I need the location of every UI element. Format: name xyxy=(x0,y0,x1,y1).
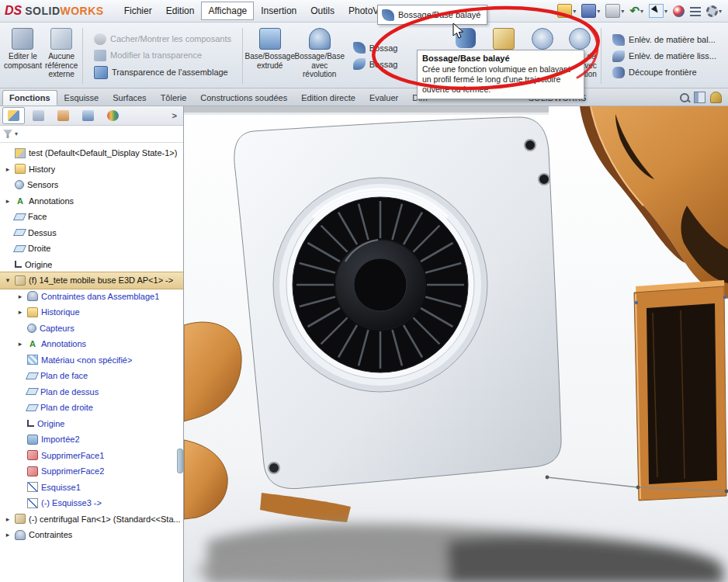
tab-edition-directe[interactable]: Edition directe xyxy=(294,90,362,106)
edit-component-button[interactable]: Editer le composant xyxy=(3,24,43,88)
configurationmanager-tab[interactable] xyxy=(52,107,75,124)
tooltip-title: Bossage/Base balayé xyxy=(422,54,579,63)
dropdown-caret-icon[interactable]: ▾ xyxy=(719,8,722,15)
sketch-point[interactable] xyxy=(635,301,638,304)
tab-constructions-soud-es[interactable]: Constructions soudées xyxy=(193,90,294,106)
menu-fichier[interactable]: Fichier xyxy=(117,2,159,20)
tree-item[interactable]: Droite xyxy=(0,241,183,257)
menu-outils[interactable]: Outils xyxy=(303,2,341,20)
sketch-point[interactable] xyxy=(723,296,726,299)
cut-feature-label: Découpe frontière xyxy=(629,68,696,77)
pin-icon[interactable] xyxy=(710,92,722,103)
sketch-point[interactable] xyxy=(636,486,640,490)
tree-item[interactable]: Origine xyxy=(0,416,183,432)
tree-item[interactable]: (-) Esquisse3 -> xyxy=(0,495,183,511)
cut-feature-button[interactable]: Enlèv. de matière bal... xyxy=(608,33,721,47)
expand-arrow-icon[interactable]: ▸ xyxy=(16,308,24,316)
tree-item[interactable]: ▸History xyxy=(0,161,183,178)
tree-item[interactable]: Matériau <non spécifié> xyxy=(0,352,183,369)
assembly-display-label: Transparence de l'assemblage xyxy=(112,68,228,77)
expand-arrow-icon[interactable]: ▸ xyxy=(4,165,12,173)
tree-item[interactable]: ▸Annotations xyxy=(0,193,183,210)
featuremanager-tab[interactable] xyxy=(2,107,25,124)
rebuild-sphere-icon[interactable] xyxy=(673,5,685,17)
save-icon[interactable] xyxy=(581,4,596,18)
cut-feature-button[interactable]: Découpe frontière xyxy=(608,66,721,79)
tab-fonctions[interactable]: Fonctions xyxy=(2,90,57,106)
tree-item[interactable]: SupprimerFace2 xyxy=(0,463,183,480)
display-pane-icon[interactable] xyxy=(694,92,705,103)
boss-feature-button[interactable]: Bossag xyxy=(348,57,403,71)
tree-item[interactable]: Capteurs xyxy=(0,320,183,337)
tree-item[interactable]: Dessus xyxy=(0,225,183,241)
tab-t-lerie[interactable]: Tôlerie xyxy=(154,90,194,106)
tree-item[interactable]: ▾(f) 14_tete mobile buse E3D AP<1> -> xyxy=(0,272,183,289)
menu-insertion[interactable]: Insertion xyxy=(254,2,303,20)
dimxpert-tab[interactable] xyxy=(77,107,99,124)
tree-item[interactable]: ▸Contraintes dans Assemblage1 xyxy=(0,289,183,305)
dropdown-caret-icon[interactable]: ▾ xyxy=(621,8,624,15)
plane-icon xyxy=(13,245,26,252)
dropdown-caret-icon[interactable]: ▾ xyxy=(664,8,667,15)
tree-item[interactable]: Face xyxy=(0,209,183,225)
dropdown-caret-icon[interactable]: ▾ xyxy=(640,8,643,15)
propertymanager-tab[interactable] xyxy=(27,107,50,124)
dropdown-caret-icon[interactable]: ▾ xyxy=(597,8,600,15)
expand-arrow-icon[interactable]: ▸ xyxy=(16,340,24,348)
filter-caret-icon[interactable]: ▾ xyxy=(15,130,18,137)
search-icon[interactable] xyxy=(680,93,689,102)
expand-arrow-icon[interactable]: ▸ xyxy=(16,293,24,300)
panel-expand-chevron[interactable]: > xyxy=(168,111,181,120)
boss-feature-button[interactable]: Bossag xyxy=(348,41,403,54)
tree-item[interactable]: ▸Annotations xyxy=(0,336,183,352)
copper-frame-box[interactable] xyxy=(634,280,726,501)
tree-item[interactable]: Origine xyxy=(0,257,183,273)
tab-esquisse[interactable]: Esquisse xyxy=(57,90,106,106)
gear-icon[interactable] xyxy=(706,5,718,17)
feature-manager-panel: > ▾ test (Default<Default_Display State-… xyxy=(0,106,184,582)
revolved-boss-button[interactable]: Bossage/Base avec révolution xyxy=(295,24,345,88)
list-icon[interactable] xyxy=(690,7,701,16)
tree-item[interactable]: Plan de face xyxy=(0,368,183,384)
assembly-display-label: Cacher/Montrer les composants xyxy=(110,34,231,43)
open-folder-icon[interactable] xyxy=(557,4,572,18)
tree-item[interactable]: Plan de dessus xyxy=(0,384,183,400)
print-icon[interactable] xyxy=(605,4,620,18)
tree-item[interactable]: test (Default<Default_Display State-1>) xyxy=(0,145,183,161)
expand-arrow-icon[interactable]: ▸ xyxy=(4,515,12,523)
flyout-menu-item[interactable]: Bossage/Base balayé xyxy=(377,5,487,25)
expand-arrow-icon[interactable]: ▸ xyxy=(4,531,12,539)
panel-scrollbar-thumb[interactable] xyxy=(177,449,183,473)
expand-arrow-icon[interactable]: ▾ xyxy=(4,276,12,284)
menu-edition[interactable]: Edition xyxy=(159,2,202,20)
part-icon xyxy=(15,275,26,286)
tab-evaluer[interactable]: Evaluer xyxy=(362,90,405,106)
menu-affichage[interactable]: Affichage xyxy=(201,2,254,20)
sweep-icon xyxy=(353,42,366,54)
tree-item[interactable]: ▸Contraintes xyxy=(0,527,183,543)
displaymanager-tab[interactable] xyxy=(102,107,124,124)
undo-icon[interactable]: ↶ xyxy=(629,5,640,17)
tree-item[interactable]: Esquisse1 xyxy=(0,480,183,496)
graphics-viewport[interactable] xyxy=(184,106,728,582)
tree-item[interactable]: Sensors xyxy=(0,177,183,193)
filter-funnel-icon[interactable] xyxy=(3,130,12,138)
select-arrow-icon[interactable] xyxy=(649,4,664,18)
expand-arrow-icon[interactable]: ▸ xyxy=(4,197,12,205)
fan-rotor[interactable] xyxy=(293,197,468,372)
tree-item[interactable]: Importée2 xyxy=(0,431,183,448)
tooltip-body: Crée une fonction volumique en balayant … xyxy=(422,64,579,95)
tab-surfaces[interactable]: Surfaces xyxy=(106,90,153,106)
assembly-display-button[interactable]: Transparence de l'assemblage xyxy=(89,65,236,80)
tree-item[interactable]: ▸Historique xyxy=(0,304,183,320)
tree-item-label: Annotations xyxy=(41,339,86,348)
extruded-boss-button[interactable]: Base/Bossage extrudé xyxy=(245,24,295,88)
tree-item[interactable]: SupprimerFace1 xyxy=(0,448,183,464)
tree-item[interactable]: Plan de droite xyxy=(0,400,183,416)
dropdown-caret-icon[interactable]: ▾ xyxy=(573,8,576,15)
cut-feature-button[interactable]: Enlèv. de matière liss... xyxy=(608,50,721,63)
sketch-point[interactable] xyxy=(546,476,549,480)
tree-item[interactable]: ▸(-) centrifugal Fan<1> (Standard<<Sta..… xyxy=(0,511,183,528)
no-external-ref-button[interactable]: Aucune référence externe xyxy=(43,24,80,88)
tree-item-label: Importée2 xyxy=(41,435,80,444)
